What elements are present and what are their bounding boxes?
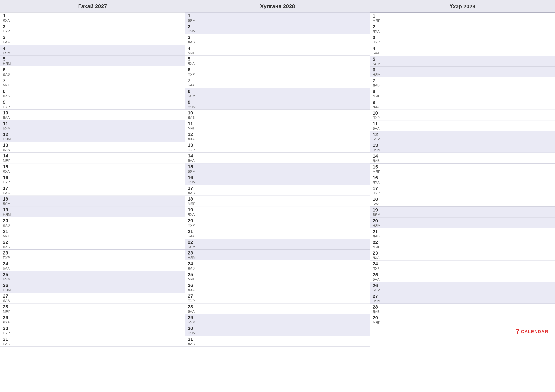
months-row: Гахай 20271ЛХА2ПУР3БАА4БЯМ5НЯМ6ДАВ7МЯГ8Л… bbox=[0, 0, 555, 392]
brand-number: 7 bbox=[516, 328, 519, 335]
day-name: МЯГ bbox=[372, 170, 381, 174]
day-number: 5 bbox=[372, 57, 381, 62]
brand-logo: 7CALENDAR bbox=[516, 328, 548, 335]
day-number: 21 bbox=[188, 229, 197, 234]
day-name: БЯМ bbox=[372, 137, 381, 141]
day-name: ДАВ bbox=[188, 342, 197, 346]
day-number: 14 bbox=[3, 153, 12, 158]
day-row: 25БЯМ bbox=[0, 271, 185, 282]
day-number: 2 bbox=[372, 24, 381, 29]
footer-brand: 7CALENDAR bbox=[370, 325, 555, 338]
day-row: 12НЯМ bbox=[0, 131, 185, 142]
day-name: МЯГ bbox=[3, 234, 12, 238]
day-name: БАА bbox=[188, 234, 197, 238]
day-row: 7БАА bbox=[185, 77, 370, 88]
day-number: 1 bbox=[372, 13, 381, 19]
month-column-gakhai-2027: Гахай 20271ЛХА2ПУР3БАА4БЯМ5НЯМ6ДАВ7МЯГ8Л… bbox=[0, 0, 185, 392]
day-row: 15БЯМ bbox=[185, 164, 370, 174]
day-number: 23 bbox=[372, 250, 381, 256]
day-row: 15ЛХА bbox=[0, 164, 185, 174]
day-number: 30 bbox=[3, 326, 12, 331]
day-name: ЛХА bbox=[372, 105, 381, 109]
day-row: 2НЯМ bbox=[185, 23, 370, 34]
day-row: 19БЯМ bbox=[370, 207, 555, 217]
day-row: 5ЛХА bbox=[185, 56, 370, 66]
day-name: БЯМ bbox=[188, 170, 197, 173]
day-name: ПУР bbox=[3, 29, 12, 33]
day-row: 4БЯМ bbox=[0, 45, 185, 56]
footer-spacer bbox=[0, 347, 185, 359]
day-number: 18 bbox=[372, 196, 381, 202]
day-number: 4 bbox=[3, 45, 12, 51]
day-number: 21 bbox=[372, 229, 381, 234]
day-number: 27 bbox=[372, 293, 381, 299]
day-number: 5 bbox=[188, 56, 197, 62]
day-number: 3 bbox=[188, 35, 197, 40]
day-name: ДАВ bbox=[188, 191, 197, 195]
day-row: 9ЛХА bbox=[370, 99, 555, 110]
day-number: 11 bbox=[372, 121, 381, 126]
day-row: 25БАА bbox=[370, 271, 555, 282]
calendar-container: Гахай 20271ЛХА2ПУР3БАА4БЯМ5НЯМ6ДАВ7МЯГ8Л… bbox=[0, 0, 555, 392]
day-number: 8 bbox=[3, 88, 12, 94]
day-number: 3 bbox=[3, 35, 12, 40]
day-name: НЯМ bbox=[188, 180, 197, 184]
day-row: 23ЛХА bbox=[370, 250, 555, 261]
day-row: 18МЯГ bbox=[185, 196, 370, 207]
day-number: 11 bbox=[188, 121, 197, 126]
day-name: ДАВ bbox=[188, 116, 197, 120]
day-name: МЯГ bbox=[3, 159, 12, 163]
day-row: 9ПУР bbox=[0, 99, 185, 110]
day-number: 22 bbox=[188, 239, 197, 245]
day-row: 10ДАВ bbox=[185, 110, 370, 120]
day-row: 20ПУР bbox=[185, 217, 370, 228]
day-name: МЯГ bbox=[188, 51, 197, 55]
day-name: ПУР bbox=[3, 256, 12, 260]
day-name: ДАВ bbox=[3, 299, 12, 303]
day-name: ДАВ bbox=[372, 310, 381, 314]
month-header-khulgana-2028: Хулгана 2028 bbox=[185, 0, 370, 13]
day-row: 3ДАВ bbox=[185, 34, 370, 45]
day-number: 29 bbox=[3, 315, 12, 320]
day-name: ПУР bbox=[3, 180, 12, 184]
day-name: МЯГ bbox=[3, 310, 12, 314]
day-row: 22БЯМ bbox=[185, 239, 370, 249]
brand-text: CALENDAR bbox=[521, 329, 548, 334]
day-name: ЛХА bbox=[3, 321, 12, 324]
day-row: 27НЯМ bbox=[370, 293, 555, 304]
day-number: 9 bbox=[3, 100, 12, 105]
day-name: БАА bbox=[3, 116, 12, 120]
day-name: ЛХА bbox=[188, 137, 197, 141]
day-row: 18БЯМ bbox=[0, 196, 185, 207]
day-name: ПУР bbox=[372, 40, 381, 44]
day-name: ЛХА bbox=[188, 213, 197, 216]
day-name: НЯМ bbox=[372, 224, 381, 228]
day-number: 6 bbox=[372, 67, 381, 72]
day-row: 23НЯМ bbox=[185, 249, 370, 260]
day-row: 19НЯМ bbox=[0, 207, 185, 217]
day-row: 24ДАВ bbox=[185, 260, 370, 271]
day-row: 27ПУР bbox=[185, 293, 370, 304]
day-row: 14МЯГ bbox=[0, 153, 185, 163]
day-name: ЛХА bbox=[372, 180, 381, 184]
day-name: БЯМ bbox=[372, 213, 381, 217]
day-name: ДАВ bbox=[3, 148, 12, 152]
day-row: 28БАА bbox=[185, 304, 370, 314]
day-row: 8МЯГ bbox=[370, 88, 555, 99]
day-number: 8 bbox=[372, 89, 381, 94]
day-number: 23 bbox=[188, 250, 197, 256]
day-name: БАА bbox=[372, 127, 381, 130]
day-number: 7 bbox=[372, 78, 381, 83]
day-number: 20 bbox=[372, 218, 381, 223]
day-name: БАА bbox=[188, 310, 197, 314]
day-row: 2ЛХА bbox=[370, 23, 555, 34]
day-row: 5БЯМ bbox=[370, 56, 555, 67]
day-number: 8 bbox=[188, 88, 197, 94]
day-number: 17 bbox=[372, 186, 381, 191]
day-name: БАА bbox=[3, 191, 12, 195]
day-number: 9 bbox=[372, 100, 381, 105]
day-row: 12ЛХА bbox=[185, 131, 370, 142]
day-row: 1МЯГ bbox=[370, 13, 555, 23]
day-row: 13ДАВ bbox=[0, 142, 185, 153]
day-number: 25 bbox=[188, 272, 197, 277]
